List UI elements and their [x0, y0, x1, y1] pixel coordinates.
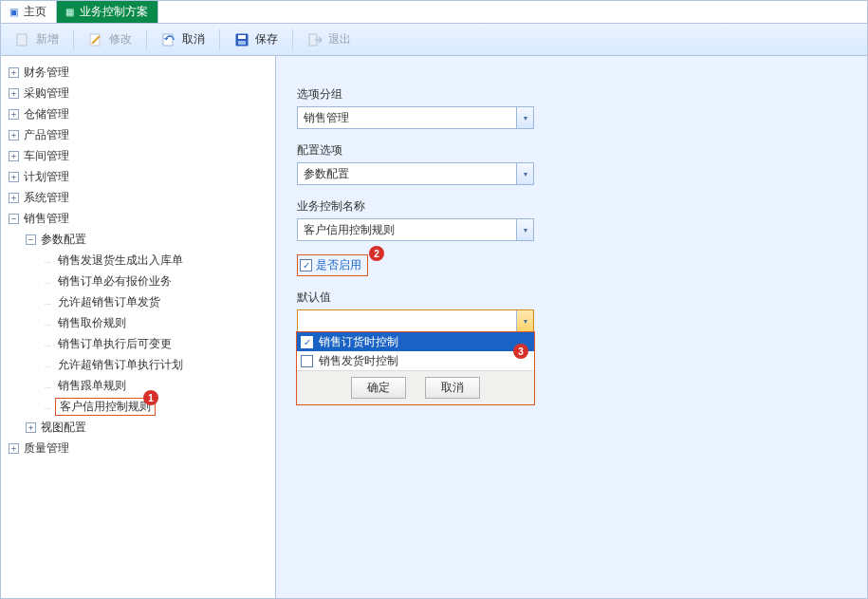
tree-node[interactable]: …销售跟单规则 — [5, 375, 271, 396]
expand-icon[interactable]: + — [9, 130, 19, 140]
enable-checkbox-label: 是否启用 — [316, 257, 361, 273]
expand-icon[interactable]: + — [9, 67, 19, 78]
expand-icon[interactable]: + — [9, 193, 19, 203]
chevron-down-icon[interactable]: ▾ — [516, 310, 533, 331]
tab-home[interactable]: ▣ 主页 — [1, 1, 57, 23]
tree-node[interactable]: +仓储管理 — [5, 103, 271, 124]
tree-node-label: 仓储管理 — [21, 106, 72, 122]
tree-node[interactable]: …销售取价规则 — [5, 312, 271, 333]
tree-node[interactable]: +计划管理 — [5, 166, 271, 187]
tree-node-label: 允许超销售订单发货 — [55, 294, 163, 310]
dropdown-cancel-button[interactable]: 取消 — [425, 377, 480, 399]
expand-icon[interactable]: + — [9, 88, 19, 99]
default-label: 默认值 — [297, 290, 544, 306]
tree-node[interactable]: +质量管理 — [5, 438, 271, 459]
config-form: 选项分组 销售管理 ▾ 配置选项 参数配置 ▾ 业务控制名称 客户信用控制规则 … — [297, 86, 544, 332]
tree-node[interactable]: …销售发退货生成出入库单 — [5, 250, 271, 271]
tree-node[interactable]: …销售订单执行后可变更 — [5, 333, 271, 354]
tree-node[interactable]: …允许超销售订单执行计划 — [5, 354, 271, 375]
dropdown-item-label: 销售发货时控制 — [319, 353, 398, 369]
tree-node-label: 参数配置 — [38, 232, 89, 248]
tree-node-label: 销售订单执行后可变更 — [55, 336, 175, 352]
chevron-down-icon[interactable]: ▾ — [516, 163, 533, 184]
dropdown-item-checkbox[interactable]: ✓ — [301, 336, 313, 348]
expand-icon[interactable]: + — [9, 151, 19, 161]
dropdown-item-checkbox[interactable]: ✓ — [301, 355, 313, 367]
tab-business-control-label: 业务控制方案 — [80, 4, 148, 20]
content-panel: 选项分组 销售管理 ▾ 配置选项 参数配置 ▾ 业务控制名称 客户信用控制规则 … — [276, 56, 867, 598]
tree-node[interactable]: +系统管理 — [5, 187, 271, 208]
tree-node[interactable]: …允许超销售订单发货 — [5, 291, 271, 312]
exit-button[interactable]: 退出 — [297, 28, 361, 52]
chevron-down-icon[interactable]: ▾ — [516, 219, 533, 240]
tree-node-label: 销售取价规则 — [55, 315, 129, 331]
toolbar-separator — [219, 29, 220, 50]
edit-icon — [88, 32, 103, 47]
svg-rect-6 — [238, 41, 246, 45]
main-area: +财务管理+采购管理+仓储管理+产品管理+车间管理+计划管理+系统管理−销售管理… — [1, 56, 867, 598]
leaf-icon: … — [43, 256, 53, 265]
grid-icon: ▦ — [63, 6, 76, 19]
tab-business-control[interactable]: ▦ 业务控制方案 — [57, 1, 158, 23]
enable-checkbox[interactable]: ✓ — [300, 259, 312, 271]
ok-button[interactable]: 确定 — [351, 377, 406, 399]
tree-node[interactable]: +车间管理 — [5, 145, 271, 166]
expand-icon[interactable]: + — [9, 443, 19, 454]
collapse-icon[interactable]: − — [26, 234, 36, 245]
svg-rect-5 — [238, 35, 246, 39]
expand-icon[interactable]: + — [26, 422, 36, 433]
leaf-icon: … — [43, 382, 53, 390]
dropdown-item[interactable]: ✓ 销售订货时控制 — [297, 332, 534, 351]
save-label: 保存 — [255, 31, 278, 47]
cancel-button[interactable]: 取消 — [151, 28, 215, 52]
sidebar-tree[interactable]: +财务管理+采购管理+仓储管理+产品管理+车间管理+计划管理+系统管理−销售管理… — [1, 56, 276, 598]
tree-node[interactable]: +视图配置 — [5, 417, 271, 438]
tree-node-label: 产品管理 — [21, 127, 72, 143]
save-icon — [234, 32, 249, 47]
cancel-label: 取消 — [182, 31, 205, 47]
leaf-icon: … — [43, 298, 53, 307]
tree-node-label: 财务管理 — [21, 65, 72, 81]
tab-bar: ▣ 主页 ▦ 业务控制方案 — [1, 1, 867, 24]
leaf-icon: … — [43, 277, 53, 286]
leaf-icon: … — [43, 361, 53, 369]
collapse-icon[interactable]: − — [9, 214, 19, 224]
new-icon — [15, 32, 30, 47]
new-button[interactable]: 新增 — [5, 28, 69, 52]
chevron-down-icon[interactable]: ▾ — [516, 107, 533, 128]
tree-node-label: 允许超销售订单执行计划 — [55, 357, 186, 373]
leaf-icon: … — [43, 340, 53, 348]
tree-node[interactable]: +产品管理 — [5, 124, 271, 145]
tree-node[interactable]: −参数配置 — [5, 229, 271, 250]
dropdown-item-label: 销售订货时控制 — [319, 334, 398, 350]
save-button[interactable]: 保存 — [224, 28, 288, 52]
dropdown-item[interactable]: ✓ 销售发货时控制 3 — [297, 351, 534, 370]
default-combo[interactable]: ▾ ✓ 销售订货时控制 ✓ 销售发货时控制 3 确定 取消 — [297, 309, 544, 332]
toolbar: 新增 修改 取消 保存 退出 — [1, 24, 867, 56]
tree-node[interactable]: …销售订单必有报价业务 — [5, 271, 271, 291]
home-icon: ▣ — [7, 6, 20, 19]
tree-node[interactable]: +财务管理 — [5, 62, 271, 83]
ctrl-name-combo-value: 客户信用控制规则 — [304, 222, 395, 238]
ctrl-name-combo[interactable]: 客户信用控制规则 ▾ — [297, 218, 534, 241]
callout-1: 1 — [143, 390, 158, 405]
leaf-icon: … — [43, 319, 53, 328]
tree-node-label: 销售管理 — [21, 211, 72, 227]
enable-checkbox-row[interactable]: ✓ 是否启用 2 — [297, 254, 368, 276]
expand-icon[interactable]: + — [9, 109, 19, 120]
new-label: 新增 — [36, 31, 59, 47]
tree-node[interactable]: …客户信用控制规则 — [5, 396, 271, 417]
tree-node[interactable]: −销售管理 — [5, 208, 271, 229]
expand-icon[interactable]: + — [9, 172, 19, 182]
tree-node[interactable]: +采购管理 — [5, 83, 271, 103]
edit-label: 修改 — [109, 31, 132, 47]
cancel-icon — [161, 32, 176, 47]
default-combo-input[interactable]: ▾ — [297, 309, 534, 332]
edit-button[interactable]: 修改 — [78, 28, 142, 52]
svg-rect-0 — [17, 34, 27, 46]
toolbar-separator — [146, 29, 147, 50]
group-combo[interactable]: 销售管理 ▾ — [297, 106, 534, 129]
tree-node-label: 车间管理 — [21, 148, 72, 164]
option-combo[interactable]: 参数配置 ▾ — [297, 162, 534, 185]
tree-node-label: 质量管理 — [21, 440, 72, 457]
